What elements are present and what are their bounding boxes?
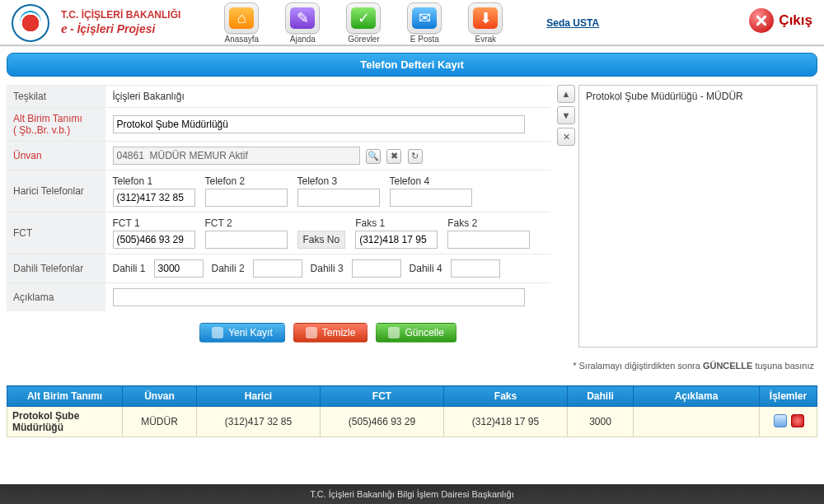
nav-evrak[interactable]: ⬇ Evrak bbox=[461, 2, 510, 44]
search-icon[interactable]: 🔍 bbox=[366, 149, 381, 164]
cell-dahili: 3000 bbox=[568, 407, 634, 437]
label-dahili3: Dahili 3 bbox=[311, 263, 344, 274]
note-pre: * Sıralamayı diğiştirdikten sonra bbox=[573, 361, 703, 371]
close-icon bbox=[749, 8, 774, 33]
cell-aciklama bbox=[634, 407, 760, 437]
label-telefon3: Telefon 3 bbox=[297, 175, 380, 187]
footer: T.C. İçişleri Bakanlığı Bilgi İşlem Dair… bbox=[0, 484, 824, 504]
input-faks2[interactable] bbox=[447, 231, 530, 249]
input-unvan[interactable] bbox=[113, 147, 360, 165]
update-button[interactable]: Güncelle bbox=[376, 323, 456, 343]
label-telefon1: Telefon 1 bbox=[113, 175, 195, 187]
th-unvan: Ünvan bbox=[123, 386, 197, 407]
exit-button[interactable]: Çıkış bbox=[749, 8, 812, 33]
cell-ops bbox=[760, 407, 817, 437]
page-title: Telefon Defteri Kayıt bbox=[7, 53, 817, 77]
nav-label: Anasayfa bbox=[217, 35, 266, 44]
mail-icon: ✉ bbox=[407, 2, 442, 34]
calendar-icon: ✎ bbox=[285, 2, 320, 34]
input-telefon2[interactable] bbox=[205, 189, 288, 207]
input-telefon1[interactable] bbox=[113, 189, 195, 207]
label-dahili2: Dahili 2 bbox=[212, 263, 245, 274]
tasks-icon: ✓ bbox=[346, 2, 381, 34]
user-link[interactable]: Seda USTA bbox=[546, 17, 599, 29]
input-dahili4[interactable] bbox=[451, 259, 500, 278]
nav-label: Ajanda bbox=[278, 35, 327, 44]
broom-icon bbox=[306, 327, 317, 338]
exit-label: Çıkış bbox=[779, 12, 812, 29]
side-list-item[interactable]: Protokol Şube Müdürlüğü - MÜDÜR bbox=[586, 91, 810, 102]
result-grid: Alt Birim Tanımı Ünvan Harici FCT Faks D… bbox=[7, 385, 817, 437]
input-fct2[interactable] bbox=[205, 231, 288, 249]
clear-label: Temizle bbox=[322, 327, 356, 338]
label-fct: FCT bbox=[7, 212, 105, 254]
remove-button[interactable]: ✕ bbox=[557, 128, 575, 146]
label-harici: Harici Telefonlar bbox=[7, 170, 105, 212]
th-fct: FCT bbox=[321, 386, 444, 407]
cell-fct: (505)466 93 29 bbox=[321, 407, 444, 437]
clear-button[interactable]: Temizle bbox=[293, 323, 368, 343]
input-telefon4[interactable] bbox=[390, 189, 472, 207]
nav-ajanda[interactable]: ✎ Ajanda bbox=[278, 2, 327, 44]
input-alt-birim[interactable] bbox=[113, 115, 525, 133]
label-fct2: FCT 2 bbox=[205, 217, 288, 229]
grid-row: Protokol Şube Müdürlüğü MÜDÜR (312)417 3… bbox=[7, 407, 817, 437]
label-dahili1: Dahili 1 bbox=[113, 263, 146, 274]
label-telefon4: Telefon 4 bbox=[390, 175, 472, 187]
save-icon bbox=[388, 327, 400, 338]
clear-icon[interactable]: ✖ bbox=[386, 149, 401, 164]
label-faks1: Faks 1 bbox=[355, 217, 438, 229]
nav-label: E Posta bbox=[400, 35, 449, 44]
th-faks: Faks bbox=[444, 386, 568, 407]
label-dahili: Dahili Telefonlar bbox=[7, 254, 105, 283]
document-icon: ⬇ bbox=[468, 2, 503, 34]
move-down-button[interactable]: ▼ bbox=[557, 106, 575, 124]
edit-row-icon[interactable] bbox=[774, 414, 787, 427]
cell-alt-birim: Protokol Şube Müdürlüğü bbox=[7, 407, 123, 437]
home-icon: ⌂ bbox=[224, 2, 259, 34]
nav-anasayfa[interactable]: ⌂ Anasayfa bbox=[217, 2, 266, 44]
side-list[interactable]: Protokol Şube Müdürlüğü - MÜDÜR bbox=[578, 85, 817, 348]
main-nav: ⌂ Anasayfa ✎ Ajanda ✓ Görevler ✉ E Posta… bbox=[217, 2, 510, 44]
input-fct1[interactable] bbox=[113, 231, 195, 249]
label-faks2: Faks 2 bbox=[447, 217, 530, 229]
value-teskilat: İçişleri Bakanlığı bbox=[113, 91, 185, 102]
move-up-button[interactable]: ▲ bbox=[557, 85, 575, 103]
input-dahili1[interactable] bbox=[154, 259, 204, 278]
input-aciklama[interactable] bbox=[113, 288, 525, 306]
nav-label: Evrak bbox=[461, 35, 510, 44]
grid-header-row: Alt Birim Tanımı Ünvan Harici FCT Faks D… bbox=[7, 386, 817, 407]
new-button[interactable]: Yeni Kayıt bbox=[199, 323, 285, 343]
input-faks1[interactable] bbox=[355, 231, 438, 249]
label-teskilat: Teşkilat bbox=[7, 86, 105, 108]
label-aciklama: Açıklama bbox=[7, 283, 105, 312]
note-bold: GÜNCELLE bbox=[703, 361, 753, 371]
th-alt-birim: Alt Birim Tanımı bbox=[7, 386, 123, 407]
input-telefon3[interactable] bbox=[297, 189, 380, 207]
cell-harici: (312)417 32 85 bbox=[197, 407, 321, 437]
label-alt-birim: Alt Birim Tanımı ( Şb.,Br. v.b.) bbox=[7, 108, 105, 142]
cell-unvan: MÜDÜR bbox=[123, 407, 197, 437]
side-panel: ▲ ▼ ✕ Protokol Şube Müdürlüğü - MÜDÜR bbox=[557, 85, 817, 348]
refresh-icon[interactable]: ↻ bbox=[408, 149, 423, 164]
note-post: tuşuna basınız bbox=[752, 361, 814, 371]
th-harici: Harici bbox=[197, 386, 321, 407]
nav-gorevler[interactable]: ✓ Görevler bbox=[339, 2, 388, 44]
ministry-logo bbox=[12, 4, 49, 42]
project-rest: - İçişleri Projesi bbox=[70, 22, 156, 35]
plus-icon bbox=[212, 327, 223, 338]
label-unvan: Ünvan bbox=[7, 142, 105, 170]
cell-faks: (312)418 17 95 bbox=[444, 407, 568, 437]
input-dahili3[interactable] bbox=[352, 259, 401, 278]
label-faksno: Faks No bbox=[297, 231, 346, 249]
label-dahili4: Dahili 4 bbox=[410, 263, 442, 274]
nav-eposta[interactable]: ✉ E Posta bbox=[400, 2, 449, 44]
reorder-note: * Sıralamayı diğiştirdikten sonra GÜNCEL… bbox=[7, 361, 817, 371]
delete-row-icon[interactable] bbox=[791, 414, 804, 427]
ministry-name: T.C. İÇİŞLERİ BAKANLIĞI bbox=[61, 9, 180, 21]
brand-text: T.C. İÇİŞLERİ BAKANLIĞI e - İçişleri Pro… bbox=[61, 9, 180, 38]
input-dahili2[interactable] bbox=[253, 259, 302, 278]
new-label: Yeni Kayıt bbox=[228, 327, 273, 338]
topbar: T.C. İÇİŞLERİ BAKANLIĞI e - İçişleri Pro… bbox=[0, 0, 824, 45]
th-islemler: İşlemler bbox=[760, 386, 817, 407]
